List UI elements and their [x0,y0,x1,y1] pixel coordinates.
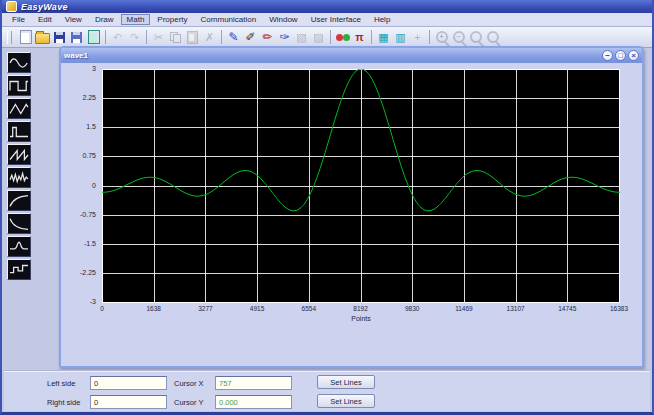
restore-button[interactable]: □ [615,50,626,61]
noise-wave-button[interactable] [7,167,31,188]
title-bar: EasyWave [2,0,652,13]
y-tick-label: -3 [61,298,96,305]
custom-wave-icon [8,261,30,279]
cursor-x-input[interactable] [215,376,292,390]
custom-wave-button[interactable] [7,259,31,280]
save-as-icon[interactable] [68,29,85,46]
noise-wave-icon [8,169,30,187]
set-lines-button-bottom[interactable]: Set Lines [317,394,375,408]
exp-fall-wave-button[interactable] [7,213,31,234]
y-tick-label: 0.75 [61,152,96,159]
y-tick-label: -0.75 [61,211,96,218]
sine-wave-icon [8,54,30,72]
draw-vertical-icon[interactable]: ✑ [276,29,293,46]
menu-bar: FileEditViewDrawMathPropertyCommunicatio… [2,13,652,27]
right-side-input[interactable] [90,395,167,409]
application-window: EasyWave FileEditViewDrawMathPropertyCom… [0,0,654,415]
y-tick-label: 0 [61,182,96,189]
exp-rise-wave-icon [8,192,30,210]
redo-icon: ↷ [126,29,143,46]
x-tick-label: 11469 [442,305,486,312]
waveform-canvas[interactable] [102,69,620,303]
x-tick-label: 4915 [235,305,279,312]
draw-line-icon[interactable]: ✎ [225,29,242,46]
sawtooth-wave-icon [8,146,30,164]
x-tick-label: 13107 [494,305,538,312]
table-edit-icon[interactable]: ▥ [392,29,409,46]
marker-icon: + [409,29,426,46]
triangle-wave-icon [8,100,30,118]
app-title: EasyWave [21,2,68,12]
cursor-panel: Left side Cursor X Set Lines Right side … [4,370,650,411]
menu-item-math[interactable]: Math [121,14,151,25]
minimize-button[interactable]: − [602,50,613,61]
x-tick-label: 16383 [597,305,641,312]
menu-item-help[interactable]: Help [368,14,396,25]
x-tick-label: 14745 [545,305,589,312]
math-pi-icon[interactable]: π [351,29,368,46]
x-tick-label: 1638 [132,305,176,312]
document-title: wave1 [64,51,600,60]
x-tick-label: 8192 [339,305,383,312]
edit-points-icon: ▨ [310,29,327,46]
menu-item-communication[interactable]: Communication [195,14,263,25]
toolbar-separator [330,30,331,44]
y-tick-label: -2.25 [61,269,96,276]
menu-item-edit[interactable]: Edit [32,14,58,25]
cut-icon: ✂ [150,29,167,46]
close-button[interactable]: × [628,50,639,61]
select-region-icon: ▧ [293,29,310,46]
x-axis-title: Points [102,315,620,322]
table-view-icon[interactable]: ▦ [375,29,392,46]
new-file-icon[interactable] [17,29,34,46]
cursor-y-input[interactable] [215,395,292,409]
menu-item-window[interactable]: Window [263,14,303,25]
menu-item-user-interface[interactable]: User Interface [305,14,367,25]
draw-horizontal-icon[interactable]: ✏ [259,29,276,46]
square-wave-icon [8,77,30,95]
toolbar-separator [429,30,430,44]
sinc-wave-button[interactable] [7,236,31,257]
pulse-wave-button[interactable] [7,121,31,142]
draw-freehand-icon[interactable]: ✐ [242,29,259,46]
triangle-wave-button[interactable] [7,98,31,119]
y-tick-label: 1.5 [61,123,96,130]
waveform-plot[interactable] [102,69,620,303]
app-icon [6,1,17,12]
left-side-input[interactable] [90,376,167,390]
undo-icon: ↶ [109,29,126,46]
x-axis-labels: 0163832774915655481929830114691310714745… [102,305,620,315]
menu-item-file[interactable]: File [6,14,31,25]
menu-item-view[interactable]: View [59,14,88,25]
document-title-bar[interactable]: wave1 − □ × [61,48,642,63]
toolbar-separator [105,30,106,44]
y-axis-labels: 32.251.50.750-0.75-1.5-2.25-3 [61,69,99,303]
save-file-icon[interactable] [51,29,68,46]
x-tick-label: 9830 [390,305,434,312]
toolbar-separator [371,30,372,44]
x-tick-label: 0 [80,305,124,312]
menu-item-draw[interactable]: Draw [89,14,120,25]
delete-icon: ✗ [201,29,218,46]
left-side-label: Left side [47,379,75,388]
paste-icon [184,29,201,46]
document-window[interactable]: wave1 − □ × 32.251.50.750-0.75-1.5-2.25-… [59,46,644,368]
right-side-label: Right side [47,398,80,407]
cursor-y-label: Cursor Y [174,398,203,407]
print-preview-icon[interactable] [85,29,102,46]
toolbar: ↶↷✂✗✎✐✏✑▧▨π▦▥++− [2,27,652,48]
square-wave-button[interactable] [7,75,31,96]
y-tick-label: -1.5 [61,240,96,247]
open-file-icon[interactable] [34,29,51,46]
pulse-wave-icon [8,123,30,141]
copy-icon [167,29,184,46]
waveform-sidebar [7,52,33,280]
send-to-device-icon[interactable] [334,29,351,46]
exp-rise-wave-button[interactable] [7,190,31,211]
sine-wave-button[interactable] [7,52,31,73]
menu-item-property[interactable]: Property [151,14,193,25]
set-lines-button-top[interactable]: Set Lines [317,375,375,389]
sawtooth-wave-button[interactable] [7,144,31,165]
toolbar-separator [146,30,147,44]
y-tick-label: 2.25 [61,94,96,101]
